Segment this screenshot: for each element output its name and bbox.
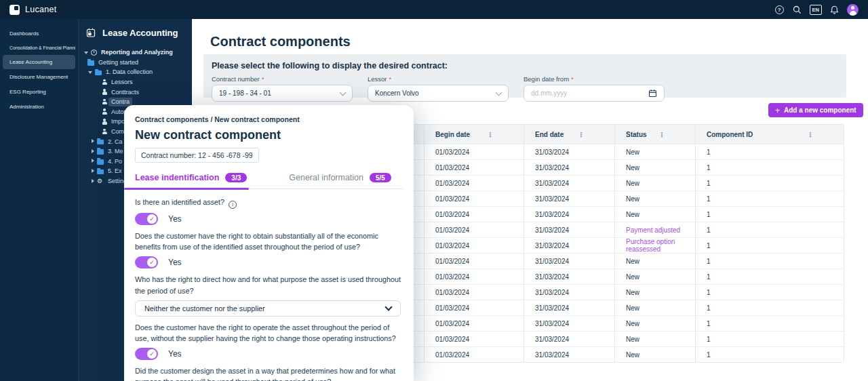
help-icon[interactable]: ?: [774, 5, 785, 15]
cell-component-id: 1: [695, 285, 844, 300]
filter-input[interactable]: Koncern Volvo: [368, 85, 509, 102]
add-new-component-button[interactable]: + Add a new component: [768, 103, 863, 117]
search-icon[interactable]: [792, 5, 802, 15]
tab-progress-badge: 3/3: [225, 173, 247, 182]
cell-end-date: 31/03/2024: [524, 207, 614, 222]
cell-status: New: [614, 207, 695, 222]
cell-status: New: [614, 285, 695, 300]
column-label: Begin date: [435, 131, 470, 138]
column-header[interactable]: Begin date ⋮: [424, 125, 524, 144]
topbar-icons: ? EN: [774, 4, 859, 16]
column-menu-icon[interactable]: ⋮: [807, 131, 837, 138]
nav-item[interactable]: Lease Accounting: [3, 55, 75, 69]
cell-begin-date: 01/03/2024: [424, 191, 524, 206]
cell-component-id: 1: [695, 160, 844, 175]
filter-heading: Please select the following to display t…: [212, 61, 838, 71]
cell-status: New: [614, 300, 695, 315]
question-text: Who has the right to direct how and for …: [135, 274, 401, 296]
primary-nav-sidebar: Dashboards Consolidation & Financial Pla…: [0, 19, 78, 381]
cell-component-id: 1: [695, 238, 844, 253]
field-label: Lessor*: [368, 75, 509, 83]
folder-icon: [87, 60, 94, 66]
cell-begin-date: 01/03/2024: [424, 300, 524, 315]
cell-begin-date: 01/03/2024: [424, 222, 524, 237]
contract-number-input[interactable]: Contract number: 12 - 456 -678 -99: [135, 148, 259, 163]
toggle-switch[interactable]: ✓: [135, 256, 158, 268]
question-text: Did the customer design the asset in a w…: [135, 365, 401, 381]
chevron-icon[interactable]: [83, 49, 90, 56]
cell-status: New: [614, 254, 695, 268]
toggle-switch[interactable]: ✓: [135, 348, 158, 360]
tree-item[interactable]: Reporting and Analyzing: [79, 47, 192, 58]
folder-icon: [97, 159, 104, 165]
cell-component-id: 1: [695, 332, 844, 346]
tree-item-label: Getting started: [98, 59, 138, 66]
tree-item[interactable]: 1. Data collection: [79, 67, 192, 77]
chevron-icon[interactable]: [90, 168, 96, 174]
toggle-row: ✓ Yes: [135, 347, 403, 360]
folder-icon: [95, 71, 102, 76]
cell-end-date: 31/03/2024: [524, 254, 614, 268]
cell-begin-date: 01/03/2024: [424, 269, 524, 284]
language-badge[interactable]: EN: [810, 5, 822, 15]
column-header[interactable]: End date ⋮: [524, 125, 614, 144]
nav-item[interactable]: ESG Reporting: [3, 85, 75, 99]
tab[interactable]: General information 5/5: [289, 173, 391, 182]
field-value: Koncern Volvo: [375, 89, 419, 97]
chevron-icon[interactable]: [90, 158, 96, 164]
notifications-bell-icon[interactable]: [829, 5, 840, 15]
chevron-icon[interactable]: [87, 69, 94, 75]
user-avatar[interactable]: [847, 4, 859, 16]
cell-begin-date: 01/03/2024: [424, 160, 524, 175]
tree-item-label: 3. Me: [108, 148, 123, 155]
column-menu-icon[interactable]: ⋮: [578, 131, 608, 138]
tree-item[interactable]: Getting started: [79, 58, 192, 68]
toggle-switch[interactable]: ✓: [135, 213, 158, 225]
nav-item[interactable]: Dashboards: [3, 26, 75, 41]
chevron-down-icon: [384, 303, 392, 310]
panel-title: Lease Accounting: [102, 28, 178, 38]
column-label: Component ID: [707, 131, 753, 138]
tab-label: Lease indentification: [135, 173, 219, 182]
check-icon: ✓: [147, 349, 157, 359]
chevron-icon[interactable]: [90, 178, 96, 184]
calendar-icon[interactable]: [648, 89, 657, 98]
nav-item[interactable]: Administration: [3, 100, 75, 114]
nav-item[interactable]: Disclosure Management: [3, 70, 75, 84]
cell-component-id: 1: [695, 144, 844, 159]
tree-item[interactable]: Lessors: [79, 77, 192, 87]
column-menu-icon[interactable]: ⋮: [487, 131, 517, 138]
select-value: Neither the customer nor the supplier: [144, 304, 265, 313]
cell-end-date: 31/03/2024: [524, 332, 614, 346]
cell-component-id: 1: [695, 269, 844, 284]
required-asterisk: *: [262, 75, 264, 83]
tree-item-label: 1. Data collection: [106, 68, 153, 75]
brand: Lucanet: [9, 5, 57, 15]
tab[interactable]: Lease indentification 3/3: [135, 173, 247, 182]
cell-status: New: [614, 316, 695, 331]
cell-component-id: 1: [695, 207, 844, 222]
person-icon: [102, 129, 107, 135]
nav-item[interactable]: Consolidation & Financial Planning: [3, 41, 75, 54]
chevron-icon[interactable]: [90, 148, 96, 155]
person-icon: [102, 79, 107, 85]
filter-field: Contract number* 19 - 198 - 34 - 01: [212, 75, 353, 102]
info-icon[interactable]: i: [229, 201, 237, 209]
column-header[interactable]: Status ⋮: [614, 125, 695, 144]
question-text: Does the customer have the right to oper…: [135, 322, 401, 344]
cell-end-date: 31/03/2024: [524, 316, 614, 331]
tree-item-label: 2. Ca: [108, 138, 123, 145]
filter-input[interactable]: dd.mm.yyyy: [524, 85, 665, 102]
add-button-label: Add a new component: [784, 106, 856, 114]
column-header[interactable]: Component ID ⋮: [695, 125, 844, 144]
cell-begin-date: 01/03/2024: [424, 238, 524, 253]
chevron-icon[interactable]: [90, 138, 96, 144]
topbar: Lucanet ? EN: [0, 0, 868, 19]
tree-item[interactable]: Conttracts: [79, 87, 192, 97]
column-menu-icon[interactable]: ⋮: [658, 131, 688, 138]
chevron-down-icon: [496, 89, 502, 96]
question-select[interactable]: Neither the customer nor the supplier: [135, 300, 401, 317]
question: Did the customer design the asset in a w…: [135, 365, 403, 381]
filter-input[interactable]: 19 - 198 - 34 - 01: [212, 85, 353, 102]
filter-field: Begin date from* dd.mm.yyyy: [524, 75, 665, 102]
